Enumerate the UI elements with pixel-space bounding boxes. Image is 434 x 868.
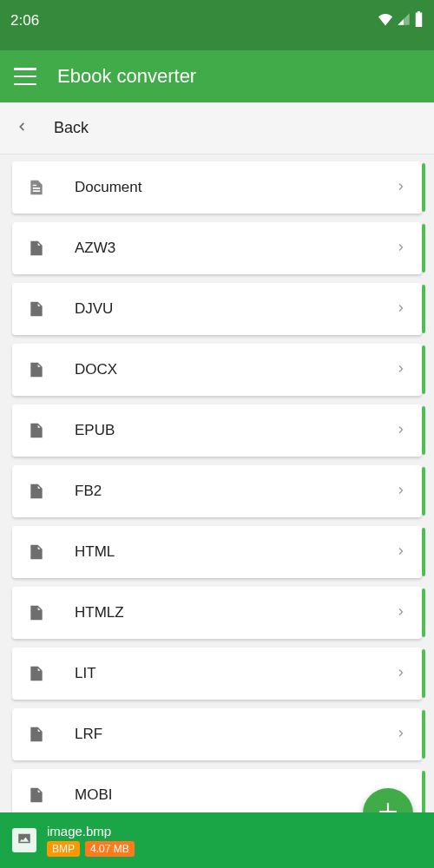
app-title: Ebook converter	[57, 65, 196, 88]
file-icon	[28, 724, 49, 745]
format-label: HTML	[75, 543, 396, 561]
image-icon	[16, 831, 32, 850]
menu-icon[interactable]	[14, 68, 36, 85]
format-row[interactable]: LIT	[12, 648, 422, 700]
document-icon	[28, 177, 49, 198]
format-label: AZW3	[75, 240, 396, 257]
size-chip: 4.07 MB	[85, 841, 135, 857]
chevron-right-icon	[396, 544, 406, 560]
file-icon	[28, 359, 49, 380]
format-row[interactable]: LRF	[12, 708, 422, 760]
format-row[interactable]: DJVU	[12, 283, 422, 335]
bottom-file-bar[interactable]: image.bmp BMP 4.07 MB	[0, 812, 434, 868]
format-row[interactable]: HTML	[12, 526, 422, 578]
file-icon	[28, 299, 49, 319]
chevron-right-icon	[396, 605, 406, 621]
format-row[interactable]: Document	[12, 161, 422, 214]
format-row[interactable]: DOCX	[12, 344, 422, 396]
chevron-left-icon	[16, 121, 28, 136]
format-label: DJVU	[75, 300, 396, 318]
back-label: Back	[54, 119, 89, 137]
format-label: LRF	[75, 726, 396, 743]
ext-chip: BMP	[47, 841, 80, 857]
format-label: FB2	[75, 483, 396, 500]
signal-icon	[397, 12, 411, 30]
format-row[interactable]: FB2	[12, 465, 422, 517]
chevron-right-icon	[396, 301, 406, 317]
file-icon	[28, 420, 49, 441]
file-icon	[28, 542, 49, 562]
battery-icon	[414, 11, 424, 31]
format-list: DocumentAZW3DJVUDOCXEPUBFB2HTMLHTMLZLITL…	[0, 155, 434, 812]
chevron-right-icon	[396, 423, 406, 438]
app-header: Ebook converter	[0, 50, 434, 102]
chevron-right-icon	[396, 666, 406, 681]
status-bar: 2:06	[0, 0, 434, 50]
format-label: EPUB	[75, 422, 396, 439]
format-row[interactable]: AZW3	[12, 222, 422, 274]
file-icon	[28, 602, 49, 623]
format-row[interactable]: MOBI	[12, 769, 422, 812]
format-label: LIT	[75, 665, 396, 682]
wifi-icon	[378, 12, 393, 30]
format-label: Document	[75, 179, 396, 196]
chevron-right-icon	[396, 362, 406, 378]
file-icon	[28, 481, 49, 502]
format-label: MOBI	[75, 786, 396, 804]
format-label: HTMLZ	[75, 604, 396, 621]
file-thumb	[12, 828, 36, 852]
format-label: DOCX	[75, 361, 396, 378]
back-row[interactable]: Back	[0, 102, 434, 155]
status-time: 2:06	[10, 12, 39, 30]
format-row[interactable]: HTMLZ	[12, 587, 422, 639]
chevron-right-icon	[396, 240, 406, 256]
chevron-right-icon	[396, 483, 406, 499]
file-icon	[28, 663, 49, 684]
chevron-right-icon	[396, 727, 406, 742]
format-row[interactable]: EPUB	[12, 404, 422, 457]
chevron-right-icon	[396, 180, 406, 195]
file-icon	[28, 785, 49, 806]
bottom-filename: image.bmp	[47, 824, 135, 838]
file-icon	[28, 238, 49, 259]
